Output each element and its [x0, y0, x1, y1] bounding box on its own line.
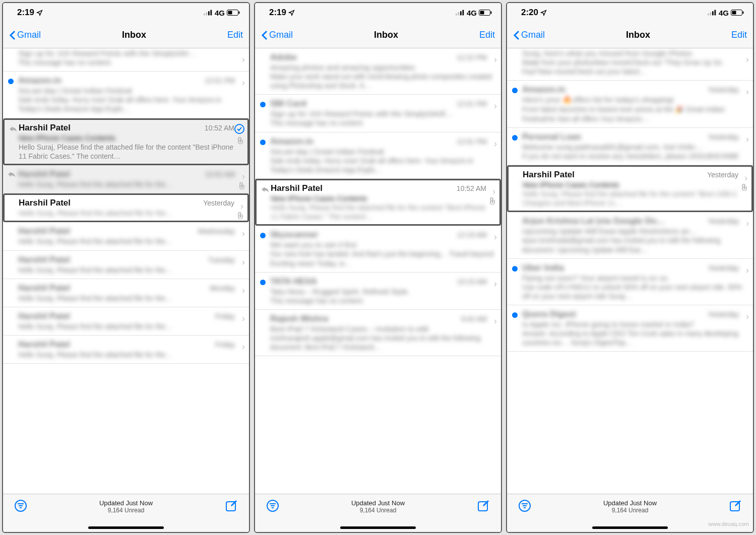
svg-rect-0 — [204, 14, 205, 16]
email-row[interactable]: GoogleSuraj, here's what you missed from… — [507, 48, 753, 81]
email-time: Friday — [215, 312, 235, 320]
status-bar: 2:20 4G — [507, 3, 753, 22]
email-row[interactable]: Harshil PatelYesterdayNew iPhone Cases C… — [507, 165, 753, 212]
email-subject: New iPhone Cases Contents — [523, 180, 746, 189]
toolbar-status: Updated Just Now 9,164 Unread — [99, 499, 153, 514]
email-row[interactable]: Personal LoanYesterdayWelcome suraj.padm… — [507, 128, 753, 165]
email-row[interactable]: Uber IndiaYesterdayFlying out soon? Your… — [507, 259, 753, 305]
home-indicator[interactable] — [592, 526, 668, 529]
email-row[interactable]: SBI Card12:01 PMSign up for 10X Reward P… — [255, 95, 501, 132]
unread-dot-icon — [8, 79, 14, 84]
email-subject: Tata Hexa – Rugged Spirit. Refined Style… — [270, 287, 495, 296]
chevron-right-icon: › — [242, 78, 245, 88]
email-row[interactable]: Rajesh Mishra9:42 AMBest iPad 7 Kickstan… — [255, 310, 501, 356]
email-sender: Harshil Patel — [523, 170, 575, 180]
reply-icon — [262, 186, 269, 194]
email-row[interactable]: Harshil Patel10:52 AMNew iPhone Cases Co… — [255, 179, 501, 226]
email-time: 10:52 AM — [457, 184, 486, 192]
email-subject: New iPhone Cases Contents — [19, 133, 242, 142]
chevron-right-icon: › — [240, 201, 243, 212]
attachment-icon — [239, 182, 245, 191]
filter-button[interactable] — [518, 499, 531, 515]
selected-check-icon[interactable] — [234, 124, 244, 134]
chevron-left-icon — [513, 30, 520, 40]
email-row[interactable]: Arjun Krishna Lal (via Google Do…Yesterd… — [507, 212, 753, 258]
status-time: 2:20 — [521, 8, 547, 18]
email-time: 9:42 AM — [461, 315, 487, 323]
email-sender: Arjun Krishna Lal (via Google Do… — [522, 216, 665, 226]
email-sender: Harshil Patel — [18, 255, 70, 265]
compose-button[interactable] — [477, 499, 490, 515]
email-row[interactable]: Harshil PatelTuesdayHello Suraj, Please … — [3, 251, 249, 279]
email-row[interactable]: Harshil PatelMondayHello Suraj, Please f… — [3, 279, 249, 307]
email-list[interactable]: Adobe12:22 PMAmazing photos and amazing … — [255, 48, 501, 494]
email-sender: Quora Digest — [522, 309, 576, 319]
chevron-right-icon: › — [494, 279, 497, 289]
email-time: Yesterday — [708, 217, 739, 225]
email-preview: Hello Suraj, Please find the attached fi… — [19, 209, 242, 218]
email-row[interactable]: Skyscanner12:19 AMWe want you to see it … — [255, 226, 501, 272]
email-preview: mishrarajesh.apple@gmail.com has invited… — [270, 333, 495, 352]
email-row[interactable]: Quora DigestYesterdayIs Apple Inc. iPhon… — [507, 305, 753, 352]
email-time: Wednesday — [198, 227, 235, 235]
email-preview: Hello Suraj, Please find the attached fi… — [271, 203, 494, 221]
email-sender: Harshil Patel — [18, 226, 70, 236]
back-button[interactable]: Gmail — [513, 30, 545, 40]
email-row[interactable]: Harshil PatelFridayHello Suraj, Please f… — [3, 336, 249, 364]
chevron-right-icon: › — [746, 265, 749, 276]
svg-rect-18 — [491, 12, 492, 14]
email-row[interactable]: Harshil Patel10:52 AMHello Suraj, Please… — [3, 165, 249, 193]
toolbar: Updated Just Now 9,164 Unread — [255, 494, 501, 532]
home-indicator[interactable] — [340, 526, 416, 529]
svg-rect-24 — [708, 14, 709, 16]
chevron-right-icon: › — [494, 139, 497, 149]
edit-button[interactable]: Edit — [479, 30, 495, 40]
status-right: 4G — [708, 9, 744, 17]
chevron-right-icon: › — [744, 173, 747, 183]
email-time: Yesterday — [707, 171, 738, 179]
email-time: Yesterday — [708, 86, 739, 94]
status-right: 4G — [204, 9, 240, 17]
edit-button[interactable]: Edit — [227, 30, 243, 40]
svg-rect-1 — [206, 12, 207, 15]
svg-rect-14 — [460, 11, 462, 15]
email-time: 12:01 PM — [457, 138, 487, 146]
chevron-right-icon: › — [492, 186, 495, 197]
email-subject: Amazing photos and amazing opportunities — [270, 63, 495, 72]
email-sender: Harshil Patel — [18, 311, 70, 321]
email-row[interactable]: SBI Card12:22 PMSign up for 10X Reward P… — [3, 48, 249, 72]
email-row[interactable]: Amazon.in12:01 PMSoLast day | Great Indi… — [3, 72, 249, 118]
email-list[interactable]: GoogleSuraj, here's what you missed from… — [507, 48, 753, 494]
email-sender: Harshil Patel — [19, 123, 71, 133]
email-row[interactable]: Amazon.inYesterdayHere's your 🔥offers li… — [507, 81, 753, 127]
email-row[interactable]: TATA HEXA10:15 AMTata Hexa – Rugged Spir… — [255, 273, 501, 310]
email-sender: Harshil Patel — [18, 340, 70, 350]
compose-button[interactable] — [225, 499, 238, 515]
compose-button[interactable] — [729, 499, 742, 515]
signal-icon — [708, 10, 717, 16]
edit-button[interactable]: Edit — [731, 30, 747, 40]
email-preview: Sale ends today. Hurry now! Grab all off… — [18, 95, 243, 113]
home-indicator[interactable] — [88, 526, 164, 529]
email-time: Friday — [215, 341, 235, 349]
email-row[interactable]: Harshil PatelFridayHello Suraj, Please f… — [3, 307, 249, 336]
status-time: 2:19 — [17, 8, 43, 18]
email-sender: Rajesh Mishra — [270, 314, 328, 324]
filter-button[interactable] — [14, 499, 27, 515]
email-preview: Made from your photosNew movieCheck out … — [522, 58, 747, 76]
email-row[interactable]: Amazon.in12:01 PMSoLast day | Great Indi… — [255, 132, 501, 179]
battery-icon — [227, 10, 240, 16]
filter-button[interactable] — [266, 499, 279, 515]
email-time: Yesterday — [203, 199, 234, 207]
back-button[interactable]: Gmail — [261, 30, 293, 40]
email-list[interactable]: SBI Card12:22 PMSign up for 10X Reward P… — [3, 48, 249, 494]
email-row[interactable]: Harshil Patel10:52 AMNew iPhone Cases Co… — [3, 118, 249, 165]
chevron-right-icon: › — [242, 257, 245, 268]
email-row[interactable]: Adobe12:22 PMAmazing photos and amazing … — [255, 48, 501, 95]
email-row[interactable]: Harshil PatelWednesdayHello Suraj, Pleas… — [3, 222, 249, 250]
chevron-right-icon: › — [746, 218, 749, 229]
email-preview: Make your work stand out with mind-blowi… — [270, 72, 495, 90]
back-button[interactable]: Gmail — [9, 30, 41, 40]
email-row[interactable]: Harshil PatelYesterdayHello Suraj, Pleas… — [3, 193, 249, 222]
email-sender: Harshil Patel — [271, 183, 323, 193]
